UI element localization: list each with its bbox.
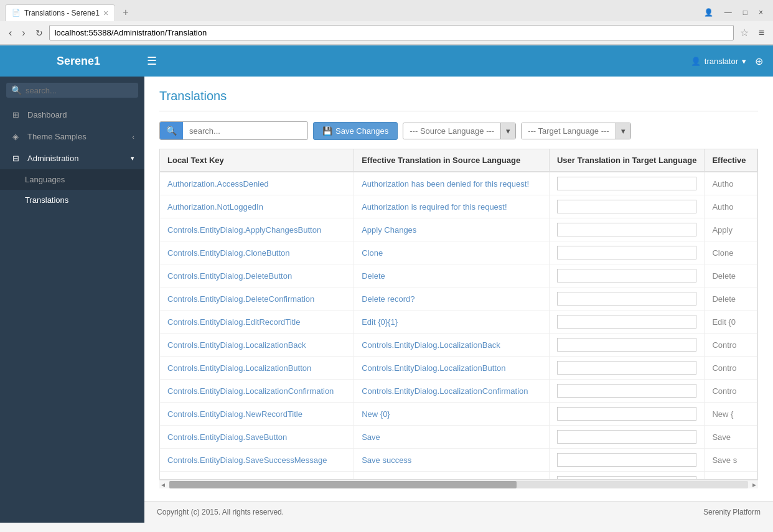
translation-input[interactable] <box>557 453 696 467</box>
translations-label: Translations <box>25 195 68 205</box>
translation-input[interactable] <box>557 200 696 213</box>
cell-user-input[interactable] <box>549 310 704 334</box>
translation-input[interactable] <box>557 223 696 236</box>
cell-user-input[interactable] <box>549 172 704 195</box>
page-title: Translations <box>159 89 758 111</box>
hamburger-icon[interactable]: ☰ <box>147 54 157 68</box>
sidebar-search-container: 🔍 <box>0 77 144 104</box>
cell-key: Controls.EntityDialog.SaveButton <box>160 426 354 449</box>
tab-close-icon[interactable]: × <box>103 8 108 18</box>
translation-input[interactable] <box>557 338 696 352</box>
translation-input[interactable] <box>557 407 696 421</box>
cell-key: Controls.EntityDialog.CloneButton <box>160 241 354 264</box>
cell-user-input[interactable] <box>549 380 704 403</box>
cell-user-input[interactable] <box>549 449 704 472</box>
back-button[interactable]: ‹ <box>5 26 16 40</box>
sidebar-item-translations[interactable]: Translations <box>0 190 144 210</box>
sidebar-search-input[interactable] <box>26 86 133 95</box>
scrollbar-thumb[interactable] <box>169 481 517 488</box>
cell-key: Controls.EntityDialog.ApplyChangesButton <box>160 218 354 241</box>
scroll-left-arrow[interactable]: ◂ <box>159 480 167 489</box>
user-name: translator <box>705 57 738 66</box>
user-menu[interactable]: 👤 translator ▾ <box>691 57 746 66</box>
footer-brand: Serenity Platform <box>703 508 761 516</box>
cell-effective: Save s <box>705 449 757 472</box>
save-changes-button[interactable]: 💾 Save Changes <box>313 122 398 140</box>
user-icon: 👤 <box>691 57 701 66</box>
app-brand: Serene1 <box>10 55 147 68</box>
cell-user-input[interactable] <box>549 195 704 218</box>
cell-key: Controls.EntityDialog.LocalizationButton <box>160 357 354 380</box>
cell-user-input[interactable] <box>549 287 704 310</box>
new-tab-button[interactable]: + <box>118 4 133 21</box>
search-input[interactable] <box>183 123 307 139</box>
cell-source: Controls.EntityDialog.LocalizationBack <box>354 334 550 357</box>
sidebar-item-label: Theme Samples <box>27 132 126 141</box>
cell-source: Clone <box>354 241 550 264</box>
translation-input[interactable] <box>557 430 696 444</box>
target-lang-arrow[interactable]: ▾ <box>616 123 630 139</box>
cell-user-input[interactable] <box>549 334 704 357</box>
scroll-right-arrow[interactable]: ▸ <box>751 480 758 489</box>
table-row: Controls.EntityDialog.DeleteButton Delet… <box>160 264 757 287</box>
cell-user-input[interactable] <box>549 403 704 426</box>
cell-effective: Delete <box>705 264 757 287</box>
cell-effective: New { <box>705 403 757 426</box>
cell-source: Undelete <box>354 472 550 480</box>
source-language-dropdown[interactable]: --- Source Language --- ▾ <box>403 123 516 139</box>
table-row: Controls.EntityDialog.SaveSuccessMessage… <box>160 449 757 472</box>
translation-input[interactable] <box>557 315 696 329</box>
col-effective-source: Effective Translation in Source Language <box>354 149 550 172</box>
cell-user-input[interactable] <box>549 264 704 287</box>
languages-label: Languages <box>25 175 65 184</box>
sidebar-item-languages[interactable]: Languages <box>0 169 144 190</box>
table-row: Controls.EntityDialog.UndeleteButton Und… <box>160 472 757 480</box>
bookmark-icon[interactable]: ☆ <box>736 26 752 40</box>
search-button[interactable]: 🔍 <box>160 122 183 139</box>
sidebar-item-dashboard[interactable]: ⊞ Dashboard <box>0 104 144 126</box>
cell-user-input[interactable] <box>549 218 704 241</box>
translation-input[interactable] <box>557 246 696 259</box>
forward-button[interactable]: › <box>18 26 29 40</box>
translation-input[interactable] <box>557 361 696 375</box>
horizontal-scrollbar[interactable]: ◂ ▸ <box>159 480 758 488</box>
target-language-dropdown[interactable]: --- Target Language --- ▾ <box>521 123 631 139</box>
user-icon-btn[interactable]: 👤 <box>699 7 718 18</box>
translations-table-wrapper: Local Text Key Effective Translation in … <box>159 149 758 480</box>
cell-source: Delete <box>354 264 550 287</box>
main-content: Translations 🔍 💾 Save Changes --- Source… <box>144 77 773 523</box>
cell-source: Authorization has been denied for this r… <box>354 172 550 195</box>
translation-input[interactable] <box>557 269 696 282</box>
close-button[interactable]: × <box>754 7 768 18</box>
cell-source: Save <box>354 426 550 449</box>
cell-effective: Save <box>705 426 757 449</box>
col-local-text-key: Local Text Key <box>160 149 354 172</box>
translation-input[interactable] <box>557 177 696 190</box>
translation-input[interactable] <box>557 292 696 306</box>
target-lang-label: --- Target Language --- <box>522 123 616 139</box>
table-row: Controls.EntityDialog.SaveButton Save Sa… <box>160 426 757 449</box>
scrollbar-track[interactable] <box>169 481 748 488</box>
cell-user-input[interactable] <box>549 357 704 380</box>
table-row: Controls.EntityDialog.NewRecordTitle New… <box>160 403 757 426</box>
cell-user-input[interactable] <box>549 241 704 264</box>
cell-effective: Autho <box>705 172 757 195</box>
minimize-button[interactable]: — <box>719 7 737 18</box>
table-row: Authorization.NotLoggedIn Authorization … <box>160 195 757 218</box>
refresh-button[interactable]: ↻ <box>32 27 47 39</box>
share-icon[interactable]: ⊕ <box>755 55 763 67</box>
browser-tab[interactable]: 📄 Translations - Serene1 × <box>5 4 115 21</box>
cell-effective: Undel <box>705 472 757 480</box>
address-bar[interactable] <box>49 25 734 40</box>
cell-effective: Autho <box>705 195 757 218</box>
maximize-button[interactable]: □ <box>738 7 752 18</box>
source-lang-arrow[interactable]: ▾ <box>500 123 515 139</box>
cell-user-input[interactable] <box>549 426 704 449</box>
translation-input[interactable] <box>557 384 696 398</box>
browser-menu-icon[interactable]: ≡ <box>755 26 768 40</box>
sidebar-item-theme-samples[interactable]: ◈ Theme Samples ‹ <box>0 126 144 147</box>
col-effective: Effective <box>705 149 757 172</box>
cell-user-input[interactable] <box>549 472 704 480</box>
sidebar-item-administration[interactable]: ⊟ Administration ▾ <box>0 147 144 169</box>
cell-key: Authorization.NotLoggedIn <box>160 195 354 218</box>
